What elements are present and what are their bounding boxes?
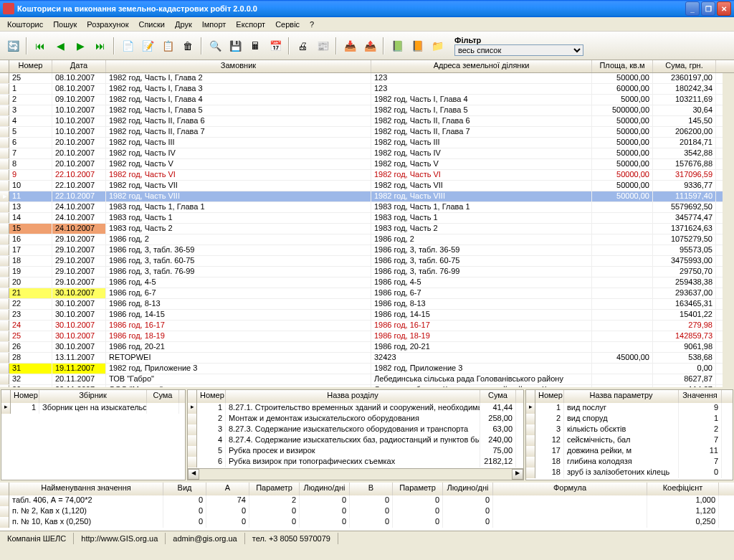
table-row[interactable]: 2530.10.20071986 год, 18-191986 год, 18-…: [0, 331, 734, 342]
table-row[interactable]: 510.10.20071982 год, Часть II, Глава 719…: [0, 127, 734, 138]
menu-bar: КошторисПошукРозрахунокСпискиДрукІмпортЕ…: [0, 17, 734, 32]
table-row[interactable]: 310.10.20071982 год, Часть I, Глава 5198…: [0, 105, 734, 116]
filter-select[interactable]: весь список: [454, 44, 583, 56]
table-row[interactable]: 1524.10.20071983 год, Часть 21983 год, Ч…: [0, 224, 734, 234]
delete-icon[interactable]: 🗑: [179, 37, 196, 54]
list-item[interactable]: 6Рубка визирок при топографических съемк…: [188, 457, 523, 468]
table-row[interactable]: 410.10.20071982 год, Часть II, Глава 619…: [0, 116, 734, 127]
grid-header: Номер Дата Замовник Адреса земельної діл…: [0, 60, 734, 73]
list-item[interactable]: 2вид споруд1: [526, 414, 733, 424]
maximize-button[interactable]: ❐: [701, 1, 715, 16]
list-item[interactable]: 3кількість обєктів2: [526, 424, 733, 435]
table-row[interactable]: 1424.10.20071983 год, Часть 11983 год, Ч…: [0, 213, 734, 224]
first-icon[interactable]: ⏮: [32, 37, 49, 54]
refresh-icon[interactable]: 🔄: [4, 37, 22, 54]
table-row[interactable]: 108.10.20071982 год, Часть I, Глава 3123…: [0, 84, 734, 95]
panel-params: Номер Назва параметру Значення ▸1вид пос…: [525, 389, 733, 480]
table-row[interactable]: 2630.10.20071986 год, 20-211986 год, 20-…: [0, 342, 734, 353]
title-bar: Кошториси на виконання земельно-кадастро…: [0, 0, 734, 17]
last-icon[interactable]: ⏭: [92, 37, 109, 54]
menu-Пошук[interactable]: Пошук: [49, 19, 81, 30]
calc-icon[interactable]: 🖩: [247, 37, 264, 54]
edit-icon[interactable]: 📝: [139, 37, 156, 54]
list-item[interactable]: 5Рубка просек и визирок75,00: [188, 446, 523, 457]
list-item[interactable]: 12сейсмічність, бал7: [526, 435, 733, 446]
import-icon[interactable]: 📥: [341, 37, 358, 54]
list-item[interactable]: ▸1Зборник цен на изыскательские: [1, 403, 185, 414]
table-row[interactable]: 922.10.20071982 год, Часть VI1982 год, Ч…: [0, 170, 734, 181]
list-item[interactable]: 38.27.3. Содержание изыскательского обор…: [188, 424, 523, 435]
menu-Розрахунок[interactable]: Розрахунок: [82, 19, 133, 30]
table-row[interactable]: 2029.10.20071986 год, 4-51986 год, 4-525…: [0, 277, 734, 288]
table-row[interactable]: 620.10.20071982 год, Часть III1982 год, …: [0, 138, 734, 148]
grid-body[interactable]: 2508.10.20071982 год, Часть I, Глава 212…: [0, 73, 734, 387]
prev-icon[interactable]: ◀: [52, 37, 69, 54]
table-row[interactable]: 2330.10.20071986 год, 14-151986 год, 14-…: [0, 310, 734, 321]
copy-icon[interactable]: 📋: [159, 37, 176, 54]
table-row[interactable]: 1022.10.20071982 год, Часть VII1982 год,…: [0, 181, 734, 191]
list-item[interactable]: 18глибина колодязя7: [526, 457, 733, 468]
list-item[interactable]: 2Монтаж и демонтаж изыскательского обору…: [188, 414, 523, 424]
filter-label: Фільтр: [454, 36, 583, 44]
col-date[interactable]: Дата: [52, 60, 106, 72]
table-row[interactable]: ▸1122.10.20071982 год, Часть VIII1982 го…: [0, 191, 734, 202]
table-row[interactable]: 3119.11.20071982 год, Приложение 31982 г…: [0, 364, 734, 374]
list-item[interactable]: 17довжина рейки, м11: [526, 446, 733, 457]
table-row[interactable]: 720.10.20071982 год, Часть IV1982 год, Ч…: [0, 148, 734, 159]
list-item[interactable]: 18зруб із залізобетоних кілець0: [526, 468, 733, 478]
col-number[interactable]: Номер: [9, 60, 52, 72]
menu-Кошторис[interactable]: Кошторис: [3, 19, 47, 30]
vertical-scrollbar[interactable]: [723, 73, 734, 387]
table-row[interactable]: 3623.11.2007ООО "Магнум"Одесская область…: [0, 385, 734, 387]
calendar-icon[interactable]: 📅: [267, 37, 284, 54]
main-grid: Номер Дата Замовник Адреса земельної діл…: [0, 60, 734, 387]
search-icon[interactable]: 🔍: [206, 37, 224, 54]
list-item[interactable]: 48.27.4. Содержание изыскательских баз, …: [188, 435, 523, 446]
status-cell: admin@gis.org.ua: [166, 533, 244, 544]
app-icon: [3, 3, 14, 14]
menu-Списки[interactable]: Списки: [134, 19, 169, 30]
new-icon[interactable]: 📄: [119, 37, 136, 54]
next-icon[interactable]: ▶: [72, 37, 89, 54]
menu-?[interactable]: ?: [305, 19, 318, 30]
table-row[interactable]: 1729.10.20071986 год, 3, табл. 36-591986…: [0, 245, 734, 256]
save-icon[interactable]: 💾: [227, 37, 244, 54]
status-cell: тел. +3 8050 5970079: [245, 533, 338, 544]
panel-scrollbar[interactable]: ◀▶: [188, 468, 523, 480]
list-item[interactable]: ▸1вид послуг9: [526, 403, 733, 414]
table-row[interactable]: 2508.10.20071982 год, Часть I, Глава 212…: [0, 73, 734, 84]
menu-Експорт[interactable]: Експорт: [232, 19, 270, 30]
table-row[interactable]: 3220.11.2007ТОВ "Габро"Лебединська сільс…: [0, 374, 734, 385]
folder-icon[interactable]: 📁: [429, 37, 446, 54]
col-sum[interactable]: Сума, грн.: [653, 60, 716, 72]
table-row[interactable]: 2230.10.20071986 год, 8-131986 год, 8-13…: [0, 299, 734, 310]
table-row[interactable]: 1829.10.20071986 год, 3, табл. 60-751986…: [0, 256, 734, 267]
book2-icon[interactable]: 📙: [409, 37, 426, 54]
menu-Сервіс[interactable]: Сервіс: [271, 19, 304, 30]
preview-icon[interactable]: 📰: [314, 37, 331, 54]
table-row[interactable]: 1324.10.20071983 год, Часть 1, Глава 119…: [0, 202, 734, 213]
table-row[interactable]: 1629.10.20071986 год, 21986 год, 2107527…: [0, 234, 734, 245]
table-row[interactable]: 2813.11.2007RETOPWEI3242345000,00538,68: [0, 353, 734, 364]
list-item[interactable]: п. № 2, Кав x (1,120)00000001,120: [0, 506, 734, 517]
menu-Імпорт[interactable]: Імпорт: [198, 19, 231, 30]
list-item[interactable]: ▸18.27.1. Строительство временных зданий…: [188, 403, 523, 414]
table-row[interactable]: 209.10.20071982 год, Часть I, Глава 4198…: [0, 95, 734, 105]
table-row[interactable]: 820.10.20071982 год, Часть V1982 год, Ча…: [0, 159, 734, 170]
table-row[interactable]: 2130.10.20071986 год, 6-71986 год, 6-729…: [0, 288, 734, 299]
list-item[interactable]: п. № 10, Кав x (0,250)00000000,250: [0, 517, 734, 528]
col-area[interactable]: Площа, кв.м: [592, 60, 653, 72]
book1-icon[interactable]: 📗: [389, 37, 406, 54]
menu-Друк[interactable]: Друк: [171, 19, 196, 30]
table-row[interactable]: 2430.10.20071986 год, 16-171986 год, 16-…: [0, 321, 734, 331]
toolbar: 🔄 ⏮ ◀ ▶ ⏭ 📄 📝 📋 🗑 🔍 💾 🖩 📅 🖨 📰 📥 📤 📗 📙 📁 …: [0, 32, 734, 60]
status-bar: Компанія ШЕЛСhttp://www.GIS.org.uaadmin@…: [0, 531, 734, 545]
minimize-button[interactable]: _: [685, 1, 700, 16]
list-item[interactable]: табл. 406, А = 74,00*2074200001,000: [0, 495, 734, 506]
print-icon[interactable]: 🖨: [294, 37, 311, 54]
col-address[interactable]: Адреса земельної ділянки: [371, 60, 592, 72]
export-icon[interactable]: 📤: [361, 37, 378, 54]
table-row[interactable]: 1929.10.20071986 год, 3, табл. 76-991986…: [0, 267, 734, 277]
close-button[interactable]: ✕: [717, 1, 731, 16]
col-customer[interactable]: Замовник: [106, 60, 371, 72]
